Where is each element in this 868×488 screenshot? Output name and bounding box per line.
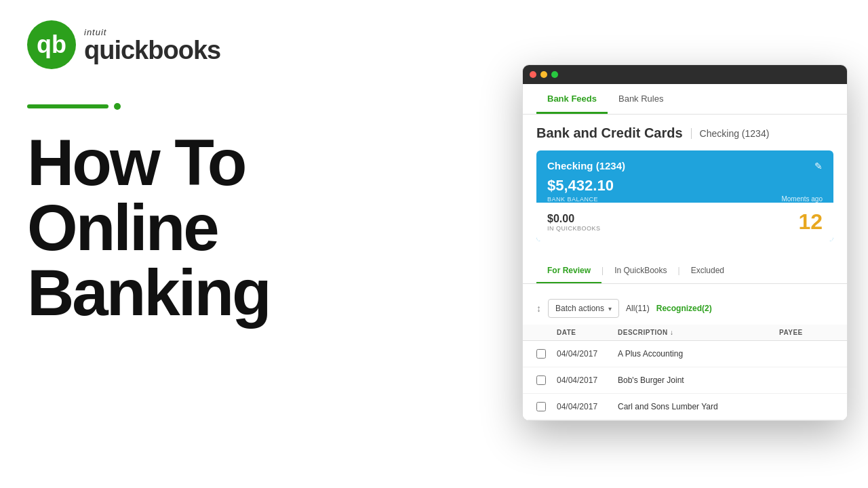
all-count-label[interactable]: All(11) [626,304,650,313]
header-date: DATE [557,329,618,336]
row-3-date: 04/04/2017 [557,402,618,411]
quickbooks-logo-icon: qb [27,20,76,69]
main-title: How To Online Banking [27,130,502,325]
left-panel: qb intuit quickbooks How To Online Banki… [0,0,529,488]
app-tabs: Bank Feeds Bank Rules [523,84,847,115]
maximize-window-icon[interactable] [551,71,558,78]
quickbooks-balance-row: $0.00 IN QUICKBOOKS 12 [536,203,833,241]
page-subtitle: Checking (1234) [691,128,770,139]
table-header: DATE DESCRIPTION ↓ PAYEE [523,325,847,341]
batch-actions-button[interactable]: Batch actions ▾ [548,299,619,318]
green-dot-decoration [114,103,121,110]
table-row: 04/04/2017 Bob's Burger Joint [523,367,847,394]
title-line-2: Online [27,195,502,260]
row-2-checkbox[interactable] [536,375,546,385]
tab-in-quickbooks[interactable]: In QuickBooks [604,259,677,283]
row-3-checkbox[interactable] [536,402,546,411]
row-1-checkbox[interactable] [536,349,546,359]
minimize-window-icon[interactable] [540,71,547,78]
sort-icon[interactable]: ↕ [536,303,541,314]
bank-balance-amount: $5,432.10 [547,177,614,195]
right-panel: Bank Feeds Bank Rules Bank and Credit Ca… [529,0,868,488]
moments-ago-label: Moments ago [781,195,823,203]
tab-for-review[interactable]: For Review [536,259,601,283]
bank-balance-row: $5,432.10 BANK BALANCE Moments ago [547,177,823,203]
recognized-count-label[interactable]: Recognized(2) [656,304,712,313]
dropdown-arrow-icon: ▾ [608,305,612,312]
green-line-decoration [27,104,108,108]
browser-window: Bank Feeds Bank Rules Bank and Credit Ca… [522,64,848,421]
decorative-line [27,103,502,110]
header-description: DESCRIPTION ↓ [618,329,779,336]
qb-balance-amount: $0.00 [547,213,601,225]
page-header: Bank and Credit Cards Checking (1234) [536,125,833,141]
title-line-3: Banking [27,260,502,325]
sub-tabs: For Review | In QuickBooks | Excluded [523,259,847,284]
row-2-date: 04/04/2017 [557,375,618,385]
table-row: 04/04/2017 A Plus Accounting [523,341,847,367]
page-title: Bank and Credit Cards [536,125,683,141]
header-checkbox [536,329,557,336]
header-payee: PAYEE [779,329,833,336]
row-1-description: A Plus Accounting [618,349,779,359]
close-window-icon[interactable] [530,71,536,78]
row-2-description: Bob's Burger Joint [618,375,779,385]
qb-balance-label: IN QUICKBOOKS [547,225,601,232]
tab-bank-rules[interactable]: Bank Rules [608,84,674,114]
row-1-date: 04/04/2017 [557,349,618,359]
account-card-header: Checking (1234) ✎ [547,160,823,171]
tab-bank-feeds[interactable]: Bank Feeds [536,84,608,114]
bank-balance-info: $5,432.10 BANK BALANCE [547,177,614,203]
qb-balance-info: $0.00 IN QUICKBOOKS [547,213,601,232]
brand-text: intuit quickbooks [84,27,220,63]
transaction-count-badge: 12 [798,209,823,235]
title-line-1: How To [27,130,502,195]
svg-text:qb: qb [37,30,66,58]
edit-account-icon[interactable]: ✎ [814,161,823,171]
account-card: Checking (1234) ✎ $5,432.10 BANK BALANCE… [536,150,833,241]
logo-area: qb intuit quickbooks [27,20,502,69]
page-content: Bank and Credit Cards Checking (1234) Ch… [523,115,847,259]
quickbooks-label: quickbooks [84,37,220,63]
row-3-description: Carl and Sons Lumber Yard [618,402,779,411]
browser-titlebar [523,65,847,84]
bank-balance-label: BANK BALANCE [547,196,614,203]
transaction-table: DATE DESCRIPTION ↓ PAYEE 04/04/2017 A Pl… [523,325,847,420]
transaction-toolbar: ↕ Batch actions ▾ All(11) Recognized(2) [523,292,847,325]
account-name: Checking (1234) [547,160,625,171]
tab-excluded[interactable]: Excluded [680,259,735,283]
table-row: 04/04/2017 Carl and Sons Lumber Yard [523,394,847,420]
